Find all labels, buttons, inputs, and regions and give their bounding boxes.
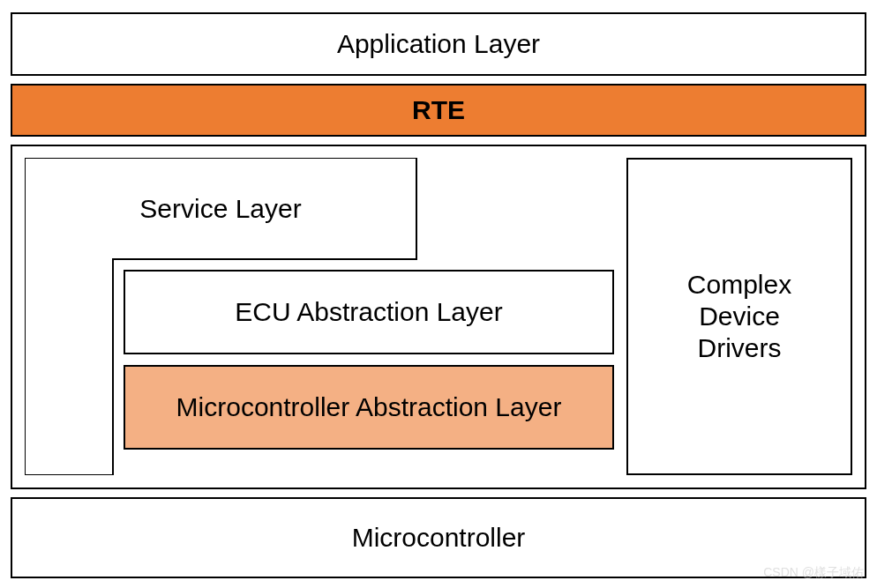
microcontroller-layer-box: Microcontroller [11, 497, 866, 578]
microcontroller-layer-label: Microcontroller [352, 523, 526, 553]
rte-layer-box: RTE [11, 84, 866, 137]
rte-layer-label: RTE [412, 95, 465, 125]
watermark-text: CSDN @樣子域佑 [763, 565, 864, 581]
complex-drivers-label-1: Complex [687, 269, 791, 301]
service-layer-label-container: Service Layer [25, 158, 416, 259]
complex-drivers-label-3: Drivers [698, 332, 782, 364]
service-layer-label: Service Layer [139, 194, 301, 224]
application-layer-label: Application Layer [337, 29, 540, 59]
complex-drivers-label-2: Device [699, 301, 780, 332]
complex-drivers-box: Complex Device Drivers [626, 158, 852, 475]
application-layer-box: Application Layer [11, 12, 866, 76]
